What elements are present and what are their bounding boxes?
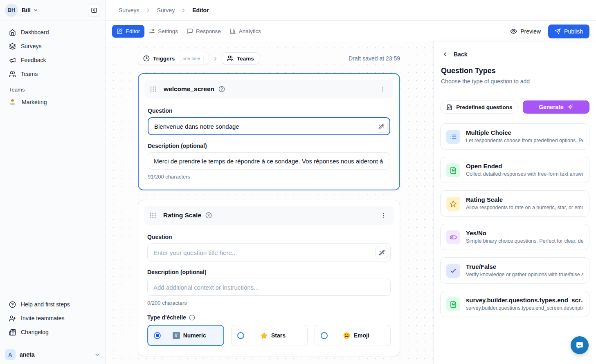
question-description-input[interactable] bbox=[147, 279, 391, 296]
chevron-right-icon bbox=[145, 7, 151, 13]
publish-button[interactable]: Publish bbox=[548, 25, 589, 38]
sidebar-collapse-button[interactable] bbox=[88, 4, 100, 16]
sidebar-item-dashboard[interactable]: Dashboard bbox=[5, 25, 100, 39]
triggers-chip[interactable]: Triggers one-time bbox=[138, 52, 209, 65]
question-title-input[interactable] bbox=[147, 243, 391, 261]
triggers-chip-label: Triggers bbox=[153, 56, 175, 62]
account-avatar: A bbox=[5, 349, 16, 360]
scale-option-numeric[interactable]: # Numeric bbox=[147, 325, 224, 346]
workspace-name[interactable]: Bill bbox=[22, 7, 31, 13]
question-description-input[interactable] bbox=[148, 152, 390, 170]
drag-handle-icon[interactable] bbox=[150, 86, 158, 92]
sidebar-item-label: Help and first steps bbox=[21, 301, 70, 308]
teams-chip[interactable]: Teams bbox=[222, 52, 259, 65]
question-type-description: Verify knowledge or gather opinions with… bbox=[466, 272, 583, 277]
info-icon[interactable] bbox=[189, 315, 195, 321]
char-count: 91/200 characters bbox=[148, 174, 390, 180]
predefined-questions-button[interactable]: Predefined questions bbox=[440, 100, 519, 114]
question-type-yes-no[interactable]: Yes/No Simple binary choice questions. P… bbox=[440, 224, 589, 250]
radio-icon[interactable] bbox=[321, 332, 328, 339]
back-button[interactable]: Back bbox=[442, 51, 589, 58]
question-title-input[interactable] bbox=[148, 117, 390, 135]
tab-label: Response bbox=[196, 28, 221, 34]
help-circle-icon bbox=[9, 301, 16, 308]
question-type-description: Let respondents choose from predefined o… bbox=[466, 138, 583, 143]
breadcrumb-item-survey[interactable]: Survey bbox=[157, 7, 175, 13]
toolbar: Editor Settings Response Analytics bbox=[106, 21, 596, 42]
sidebar-item-label: Teams bbox=[21, 71, 38, 77]
tab-analytics[interactable]: Analytics bbox=[225, 25, 265, 38]
question-card-welcome-screen[interactable]: welcome_screen Question bbox=[138, 73, 400, 190]
sparkles-icon bbox=[567, 104, 574, 110]
tab-editor[interactable]: Editor bbox=[112, 25, 144, 38]
question-card-rating-scale[interactable]: Rating Scale Question bbox=[138, 200, 400, 356]
question-type-list: Multiple Choice Let respondents choose f… bbox=[440, 123, 589, 317]
chevron-down-icon[interactable] bbox=[94, 352, 100, 358]
question-card-header: Rating Scale bbox=[144, 206, 394, 225]
help-circle-icon[interactable] bbox=[205, 212, 212, 219]
drag-handle-icon[interactable] bbox=[150, 212, 157, 218]
preview-label: Preview bbox=[520, 28, 541, 35]
toggle-icon bbox=[446, 230, 460, 244]
radio-checked-icon[interactable] bbox=[154, 332, 161, 339]
sidebar-item-help[interactable]: Help and first steps bbox=[5, 297, 100, 311]
star-emoji-icon bbox=[260, 332, 268, 339]
generate-button[interactable]: Generate bbox=[523, 100, 589, 114]
teams-section-label: Teams bbox=[5, 81, 105, 95]
main-area: Surveys Survey Editor Editor Settings R bbox=[106, 0, 596, 364]
file-code-icon bbox=[446, 104, 452, 110]
question-type-end-screen[interactable]: survey.builder.questions.types.end_scr..… bbox=[440, 291, 589, 317]
breadcrumb: Surveys Survey Editor bbox=[106, 0, 596, 21]
sidebar-item-invite[interactable]: Invite teammates bbox=[5, 311, 100, 325]
users-icon bbox=[227, 55, 234, 62]
question-type-true-false[interactable]: True/False Verify knowledge or gather op… bbox=[440, 257, 589, 284]
trigger-type-badge: one-time bbox=[179, 55, 204, 62]
question-type-description: Collect detailed responses with free-for… bbox=[466, 171, 583, 177]
question-type-multiple-choice[interactable]: Multiple Choice Let respondents choose f… bbox=[440, 123, 589, 150]
chat-launcher-button[interactable] bbox=[571, 336, 589, 354]
divider bbox=[434, 92, 596, 92]
question-type-title: Rating Scale bbox=[466, 196, 583, 203]
pencil-square-icon bbox=[117, 28, 123, 34]
layers-icon bbox=[9, 43, 16, 50]
tab-response[interactable]: Response bbox=[182, 25, 225, 38]
question-type-open-ended[interactable]: Open Ended Collect detailed responses wi… bbox=[440, 157, 589, 183]
magic-wand-icon bbox=[378, 123, 385, 130]
message-square-icon bbox=[187, 28, 193, 34]
sidebar-item-teams[interactable]: Teams bbox=[5, 67, 100, 81]
help-circle-icon[interactable] bbox=[218, 86, 225, 92]
panel-subtitle: Choose the type of question to add bbox=[441, 78, 589, 85]
scale-option-label: Numeric bbox=[183, 332, 206, 339]
scale-type-label: Type d'échelle bbox=[147, 314, 391, 321]
sidebar-item-feedback[interactable]: Feedback bbox=[5, 53, 100, 67]
question-type-rating-scale[interactable]: Rating Scale Allow respondents to rate o… bbox=[440, 190, 589, 217]
megaphone-icon bbox=[9, 57, 16, 64]
kebab-menu-icon[interactable] bbox=[378, 84, 388, 94]
preview-button[interactable]: Preview bbox=[510, 28, 541, 35]
panel-collapse-icon bbox=[91, 7, 97, 13]
chevron-left-icon bbox=[442, 51, 448, 58]
scale-option-emoji[interactable]: Emoji bbox=[315, 325, 391, 346]
newspaper-icon bbox=[9, 329, 16, 336]
back-label: Back bbox=[454, 51, 467, 58]
ai-rewrite-button[interactable] bbox=[375, 246, 388, 259]
scale-option-stars[interactable]: Stars bbox=[231, 325, 307, 346]
sidebar-footer-nav: Help and first steps Invite teammates Ch… bbox=[0, 297, 105, 342]
chat-bubble-icon bbox=[575, 341, 584, 350]
breadcrumb-item-surveys[interactable]: Surveys bbox=[119, 7, 139, 13]
sidebar-item-surveys[interactable]: Surveys bbox=[5, 39, 100, 53]
avatar[interactable]: BH bbox=[5, 4, 18, 17]
kebab-menu-icon[interactable] bbox=[378, 210, 388, 220]
question-type-title: True/False bbox=[466, 263, 583, 270]
check-icon bbox=[446, 264, 460, 278]
panel-title: Question Types bbox=[441, 67, 589, 75]
question-type-title: Multiple Choice bbox=[466, 129, 583, 136]
sidebar-item-marketing[interactable]: Marketing bbox=[5, 95, 100, 109]
ai-rewrite-button[interactable] bbox=[375, 120, 388, 133]
tab-settings[interactable]: Settings bbox=[144, 25, 182, 38]
account-switcher[interactable]: A aneta bbox=[0, 345, 105, 364]
teams-chip-label: Teams bbox=[237, 56, 254, 62]
chevron-down-icon[interactable] bbox=[33, 7, 38, 13]
sidebar-item-changelog[interactable]: Changelog bbox=[5, 325, 100, 339]
radio-icon[interactable] bbox=[237, 332, 244, 339]
